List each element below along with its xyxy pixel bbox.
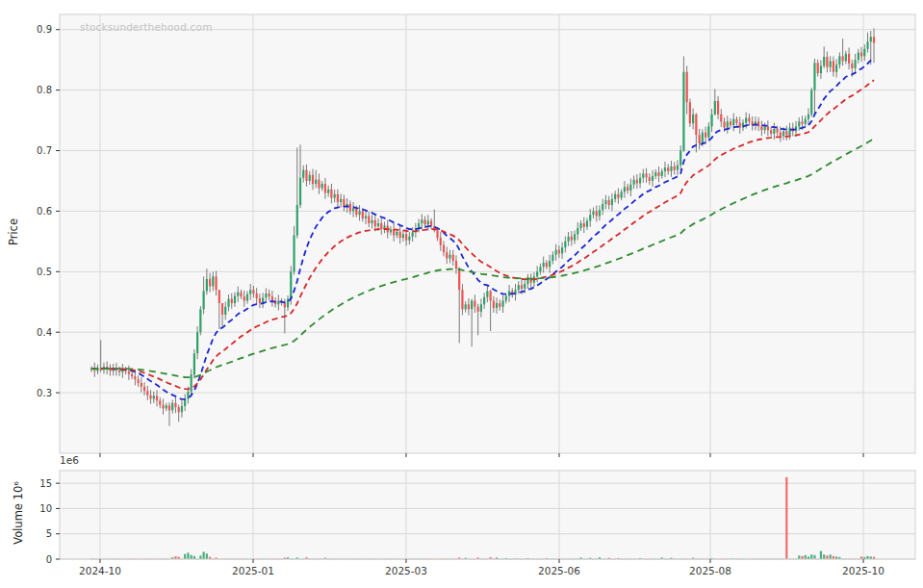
candle-body — [240, 293, 242, 296]
candle-body — [732, 119, 734, 125]
candle-body — [710, 115, 712, 127]
candle-body — [780, 133, 782, 137]
candle-body — [851, 64, 853, 68]
candle-body — [355, 208, 357, 215]
candle-body — [399, 232, 401, 238]
candle-body — [649, 177, 651, 181]
candle-body — [521, 285, 523, 289]
candle-body — [705, 133, 706, 138]
candle-body — [449, 255, 450, 259]
candle-body — [539, 267, 541, 271]
volume-offset-label: 1e6 — [60, 454, 79, 466]
candle-body — [159, 400, 161, 404]
candle-body — [770, 130, 772, 134]
candle-body — [203, 291, 205, 309]
candle-body — [776, 129, 778, 133]
candle-body — [745, 118, 747, 123]
volume-bar — [199, 555, 201, 559]
candle-body — [227, 299, 229, 307]
candle-body — [377, 223, 379, 226]
candle-body — [465, 304, 467, 309]
candle-body — [368, 216, 370, 223]
candle-body — [564, 242, 566, 247]
tick-label: 0.6 — [37, 206, 52, 217]
candle-body — [567, 237, 569, 242]
candle-body — [209, 279, 211, 287]
volume-bar — [820, 551, 822, 559]
candle-body — [118, 371, 120, 372]
volume-bar — [823, 554, 825, 559]
candle-body — [848, 54, 850, 64]
candle-body — [352, 208, 354, 211]
candle-body — [748, 118, 750, 122]
candle-body — [546, 263, 548, 267]
candle-body — [558, 250, 560, 254]
candle-body — [446, 252, 448, 258]
candle-body — [551, 255, 553, 261]
candle-body — [321, 184, 323, 188]
candle-body — [318, 180, 320, 189]
candle-body — [489, 291, 491, 300]
candle-body — [337, 194, 339, 202]
volume-bar — [187, 552, 189, 559]
candle-body — [362, 211, 364, 218]
tick-label: 2024-10 — [79, 565, 121, 576]
volume-bar — [191, 555, 192, 559]
candle-body — [461, 290, 463, 309]
tick-label: 15 — [39, 478, 52, 489]
candle-body — [374, 220, 376, 226]
candle-body — [739, 123, 741, 128]
tick-label: 0.8 — [37, 85, 52, 95]
candle-body — [858, 53, 859, 61]
candle-body — [269, 294, 270, 296]
candle-body — [156, 396, 158, 400]
stock-chart-figure: 0.30.40.50.60.70.80.90510152024-102025-0… — [0, 0, 923, 588]
candle-body — [402, 234, 404, 238]
candle-body — [873, 37, 875, 42]
volume-bar — [184, 554, 186, 559]
candle-body — [674, 166, 676, 170]
tick-label: 2025-03 — [385, 565, 427, 576]
candle-body — [838, 56, 840, 64]
candle-body — [642, 173, 644, 177]
candle-body — [589, 215, 591, 220]
candle-body — [128, 371, 130, 374]
candle-body — [730, 121, 731, 125]
candle-body — [284, 303, 286, 307]
candle-body — [430, 220, 432, 226]
candle-body — [692, 115, 694, 123]
tick-label: 2025-06 — [538, 565, 580, 576]
candle-body — [599, 210, 601, 216]
candle-body — [330, 190, 332, 198]
candle-body — [735, 119, 737, 123]
candle-body — [405, 234, 407, 240]
candle-body — [561, 247, 563, 253]
candle-body — [371, 220, 372, 223]
candle-body — [720, 115, 722, 122]
candle-body — [808, 115, 809, 119]
candle-body — [555, 250, 557, 255]
candle-body — [496, 303, 498, 308]
candle-body — [639, 178, 641, 184]
volume-bar — [206, 553, 208, 559]
candle-body — [486, 291, 488, 296]
candle-body — [468, 304, 470, 309]
candle-body — [131, 374, 133, 377]
candle-body — [458, 268, 460, 290]
volume-bar — [830, 554, 832, 559]
candle-body — [365, 216, 367, 218]
candle-body — [842, 56, 844, 61]
candle-body — [390, 229, 392, 232]
candle-body — [477, 307, 479, 312]
candle-body — [854, 60, 856, 68]
candle-body — [611, 199, 613, 205]
candle-body — [256, 294, 258, 298]
candle-body — [661, 171, 663, 176]
candle-body — [324, 184, 326, 192]
volume-bar — [813, 555, 815, 559]
candle-body — [679, 151, 681, 166]
candle-body — [602, 204, 603, 210]
candle-body — [191, 374, 192, 392]
candle-body — [654, 172, 656, 176]
candle-body — [817, 63, 819, 73]
